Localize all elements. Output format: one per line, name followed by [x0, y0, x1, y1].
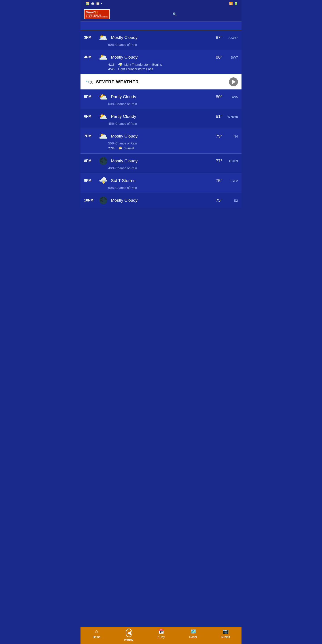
hourly-row-6pm[interactable]: 6PM ⛅ Partly Cloudy 81° WNW5 45% Chance … [80, 109, 242, 129]
wifi-icon: 📶 [229, 2, 233, 5]
app-header: WAAY31 STORMTRACKEREARLY WARNING RADAR 🔍 [80, 7, 242, 22]
hourly-row-8pm[interactable]: 8PM 🌑 Mostly Cloudy 77° ENE3 40% Chance … [80, 154, 242, 173]
weather-icon: 🌩️ [98, 176, 108, 185]
row-sub: 50% Chance of Rain [84, 186, 238, 190]
row-main: 9PM 🌩️ Sct T-Storms 75° ESE2 [84, 176, 238, 185]
nav-item-radar[interactable]: 🗺️ Radar [186, 628, 200, 641]
row-temp: 80° [210, 94, 222, 99]
radar-icon: 🗺️ [190, 628, 196, 634]
row-events: 7:34 🌤️ Sunset [84, 146, 238, 150]
weather-icon: 🌥️ [98, 53, 108, 62]
row-wind: ENE3 [225, 159, 238, 163]
row-events: 4:15 ⛈️ Light Thunderstorm Begins 4:45 L… [84, 62, 238, 71]
app-logo: WAAY31 STORMTRACKEREARLY WARNING RADAR [84, 10, 110, 19]
search-icon[interactable]: 🔍 [173, 12, 177, 16]
logo-name: WAAY31 [86, 11, 108, 14]
row-temp: 81° [210, 114, 222, 119]
ad-text: SEVERE WEATHER [96, 80, 139, 84]
row-condition: Partly Cloudy [111, 114, 207, 119]
ad-banner[interactable]: ✕ ▷ (1) SEVERE WEATHER [80, 74, 242, 90]
row-condition: Partly Cloudy [111, 94, 207, 99]
nav-label-hourly: Hourly [124, 638, 133, 641]
hourly-container: 3PM 🌥️ Mostly Cloudy 87° SSW7 60% Chance… [80, 30, 242, 208]
status-bar: 🖼️ ☁️ 🔲 • 📶 🔋 [80, 0, 242, 7]
row-sub: 40% Chance of Rain [84, 166, 238, 170]
row-main: 10PM 🌑 Mostly Cloudy 75° S2 [84, 196, 238, 204]
location-display: 🔍 [171, 12, 177, 16]
nav-label-7day: 7 Day [157, 635, 165, 639]
row-main: 8PM 🌑 Mostly Cloudy 77° ENE3 [84, 157, 238, 165]
nav-item-submit[interactable]: 📷 Submit [219, 628, 232, 641]
weather-icon: 🌑 [98, 157, 108, 165]
row-sub: 45% Chance of Rain [84, 122, 238, 126]
row-sub: 60% Chance of Rain [84, 102, 238, 106]
row-wind: WNW5 [225, 115, 238, 118]
row-time: 10PM [84, 198, 96, 202]
battery-icon: 🔲 [96, 2, 100, 5]
event-text: Light Thunderstorm Begins [124, 63, 162, 66]
date-banner [80, 22, 242, 30]
weather-icon: 🌥️ [98, 33, 108, 42]
hourly-ring: ◀ [126, 628, 132, 637]
row-wind: ESE2 [225, 179, 238, 183]
row-main: 7PM 🌥️ Mostly Cloudy 79° N4 [84, 132, 238, 140]
row-main: 3PM 🌥️ Mostly Cloudy 87° SSW7 [84, 33, 238, 42]
event-time: 7:34 [108, 146, 116, 150]
weather-icon: 🌑 [98, 196, 108, 204]
nav-label-radar: Radar [189, 635, 197, 639]
row-time: 9PM [84, 179, 96, 183]
row-sub: 60% Chance of Rain [84, 43, 238, 46]
hourly-row-10pm[interactable]: 10PM 🌑 Mostly Cloudy 75° S2 [80, 193, 242, 208]
weather-icon: ⛅ [98, 92, 108, 101]
row-temp: 75° [210, 178, 222, 183]
nav-item-home[interactable]: ⌂ Home [90, 628, 103, 641]
hourly-row-7pm[interactable]: 7PM 🌥️ Mostly Cloudy 79° N4 50% Chance o… [80, 129, 242, 154]
row-wind: N4 [225, 134, 238, 138]
weather-icon: 🌥️ [98, 132, 108, 140]
row-condition: Mostly Cloudy [111, 35, 207, 40]
row-condition: Mostly Cloudy [111, 198, 207, 203]
event-text: Sunset [124, 146, 134, 150]
row-time: 8PM [84, 159, 96, 163]
play-icon [232, 80, 236, 84]
row-wind: SW5 [225, 95, 238, 99]
row-condition: Sct T-Storms [111, 178, 207, 183]
row-event: 7:34 🌤️ Sunset [108, 146, 238, 150]
event-time: 4:15 [108, 63, 116, 66]
row-temp: 87° [210, 35, 222, 40]
logo-subtitle: STORMTRACKEREARLY WARNING RADAR [86, 14, 108, 18]
row-wind: SSW7 [225, 36, 238, 40]
7day-icon: 📅 [158, 628, 164, 634]
row-condition: Mostly Cloudy [111, 158, 207, 164]
hourly-row-4pm[interactable]: 4PM 🌥️ Mostly Cloudy 86° SW7 4:15 ⛈️ Lig… [80, 50, 242, 74]
nav-label-submit: Submit [221, 635, 230, 639]
row-condition: Mostly Cloudy [111, 134, 207, 139]
status-right: 📶 🔋 [229, 2, 238, 5]
bottom-navigation: ⌂ Home ◀ Hourly 📅 7 Day 🗺️ Radar 📷 Submi… [80, 627, 242, 644]
row-main: 6PM ⛅ Partly Cloudy 81° WNW5 [84, 112, 238, 121]
row-temp: 86° [210, 55, 222, 60]
ad-content: (1) SEVERE WEATHER [90, 80, 229, 84]
row-condition: Mostly Cloudy [111, 55, 207, 60]
hourly-row-5pm[interactable]: 5PM ⛅ Partly Cloudy 80° SW5 60% Chance o… [80, 90, 242, 109]
event-text: Light Thunderstorm Ends [118, 67, 153, 71]
battery-full-icon: 🔋 [234, 2, 238, 5]
row-temp: 75° [210, 198, 222, 203]
row-wind: SW7 [225, 56, 238, 59]
event-icon: ⛈️ [118, 62, 122, 67]
hourly-row-9pm[interactable]: 9PM 🌩️ Sct T-Storms 75° ESE2 50% Chance … [80, 173, 242, 193]
dot-icon: • [101, 2, 102, 5]
status-left: 🖼️ ☁️ 🔲 • [84, 2, 102, 5]
nav-item-7day[interactable]: 📅 7 Day [154, 628, 168, 641]
nav-item-hourly[interactable]: ◀ Hourly [122, 628, 136, 641]
hourly-icon: ◀ [127, 630, 131, 636]
weather-icon: ⛅ [98, 112, 108, 121]
row-time: 3PM [84, 36, 96, 40]
row-wind: S2 [225, 198, 238, 202]
row-main: 4PM 🌥️ Mostly Cloudy 86° SW7 [84, 53, 238, 62]
row-time: 4PM [84, 55, 96, 59]
hourly-row-3pm[interactable]: 3PM 🌥️ Mostly Cloudy 87° SSW7 60% Chance… [80, 30, 242, 50]
ad-play-button[interactable] [229, 77, 238, 86]
submit-icon: 📷 [222, 628, 228, 634]
row-event: 4:45 Light Thunderstorm Ends [108, 67, 238, 71]
